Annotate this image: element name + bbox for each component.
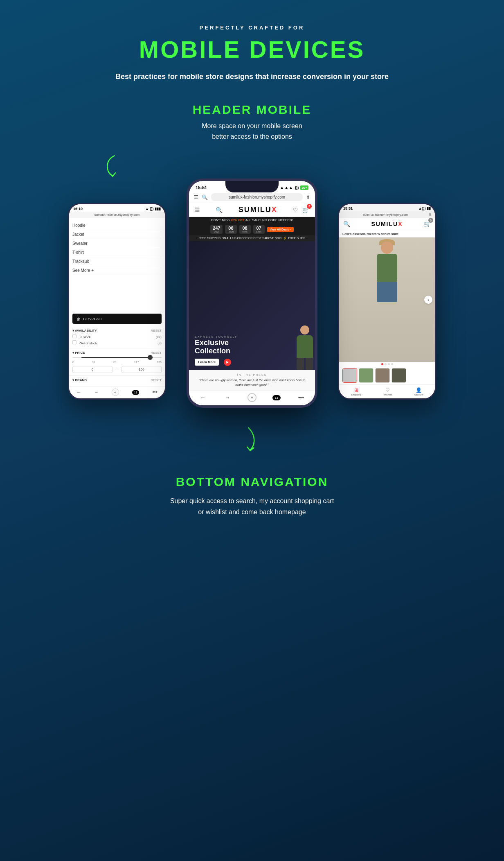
hours-num: 08 [228,226,233,231]
play-button[interactable]: ▶ [224,359,231,366]
share-icon: ☰ [194,194,198,200]
lp-nav-forward[interactable]: → [94,390,99,395]
hero-title: MOBILE DEVICES [115,36,389,63]
header-right-icons: ♡ 🛒 3 [293,206,309,214]
filter-item-sweater[interactable]: Sweater [72,239,162,248]
rp-woman-figure [339,237,435,362]
price-reset[interactable]: RESET [151,351,162,355]
page-wrapper: PERFECTLY CRAFTED FOR MOBILE DEVICES Bes… [0,0,504,551]
hamburger-icon[interactable]: ☰ [195,207,200,213]
thumbnail-3[interactable] [375,368,390,383]
heart-icon[interactable]: ♡ [293,207,298,213]
rp-nav-account[interactable]: 👤 Account [414,387,423,396]
brand-title: ▾ BRAND [72,378,87,382]
clear-all-button[interactable]: 🗑 CLEAR ALL [72,314,162,324]
countdown-mins: 08 Mins [239,225,251,234]
thumb-img-4 [392,368,406,382]
cart-count: 3 [307,204,312,209]
brand-header: ▾ BRAND RESET [72,378,162,382]
learn-more-button[interactable]: Learn More [195,359,219,366]
out-of-stock-checkbox[interactable] [72,340,76,344]
lp-filter-list: Hoodie Jacket Sweater T-shirt Tracksuit … [69,218,165,311]
product-next-button[interactable]: › [424,296,432,304]
hero-person-image [266,317,315,370]
cart-button[interactable]: 🛒 3 [302,206,309,214]
lp-nav-back[interactable]: ← [76,390,81,395]
filter-item-jacket[interactable]: Jacket [72,230,162,239]
rp-shopping-label: Shopping [351,393,361,396]
rp-nav-wishlist[interactable]: ♡ Wishlist [384,387,392,396]
plus-icon: + [248,393,256,402]
price-thumb[interactable] [148,355,153,360]
center-time: 15:51 [196,185,207,190]
rp-nav-shopping[interactable]: ⊞ Shopping [351,387,361,396]
header-mobile-desc: More space on your mobile screen better … [202,121,302,142]
rp-dot-1 [381,363,383,365]
header-search-icon[interactable]: 🔍 [216,207,223,213]
phone-center: 15:51 ▲▲▲ ))) 30+ ☰ 🔍 sumilux-fashion.my… [187,179,317,408]
hero-slide-content: EXPRESS YOURSELF Exclusive Collection Le… [189,331,243,370]
rp-url-bar: sumilux-fashion.myshopify.com ⬆ [339,211,435,218]
lp-status-bar: 16:10 ▲ ))) ▮▮▮ [69,204,165,212]
view-deals-button[interactable]: View All Deals › [267,227,294,232]
header-mobile-section: HEADER MOBILE [193,103,312,117]
filter-item-tshirt[interactable]: T-shirt [72,248,162,257]
product-title: Levi's essential western denim shirt [339,230,435,237]
price-title: ▾ PRICE [72,351,85,355]
thumbnail-4[interactable] [392,368,406,383]
countdown-days: 247 Days [210,225,223,234]
nav-tabs[interactable]: 11 [268,395,285,400]
rp-share-icon[interactable]: ⬆ [428,212,432,217]
center-status-icons: ▲▲▲ ))) 30+ [280,185,308,190]
price-min-input[interactable]: 0 [72,366,112,373]
search-icon[interactable]: 🔍 [202,194,208,200]
rp-cart-button[interactable]: 🛒 0 [424,220,431,228]
hero-person-figure [297,325,313,370]
price-slider-fill [81,357,153,358]
person-leg-left [297,358,304,370]
header-mobile-title: HEADER MOBILE [193,103,312,117]
upload-icon[interactable]: ⬆ [306,194,310,200]
hero-description: Best practices for mobile store designs … [115,71,389,82]
availability-reset[interactable]: RESET [151,329,162,332]
nav-back[interactable]: ← [195,394,211,401]
rp-time: 15:51 [343,206,353,210]
lp-tab-pill[interactable]: 11 [132,390,140,395]
brand-reset[interactable]: RESET [151,378,162,382]
bottom-nav-title: BOTTOM NAVIGATION [170,475,334,489]
countdown-hours: 08 Hours [225,225,236,234]
nav-add[interactable]: + [244,393,260,402]
rp-dots-indicator [339,362,435,366]
more-icon: ••• [298,394,304,401]
tab-count: 11 [272,395,281,400]
person-leg-right [306,358,313,370]
price-max-input[interactable]: 156 [122,366,162,373]
nav-more[interactable]: ••• [293,394,309,401]
countdown-secs: 07 Secs [253,225,265,234]
thumb-img-2 [359,368,373,382]
promo-banner: DON'T MISS 70% OFF ALL SALE! NO CODE NEE… [189,217,315,223]
price-header: ▾ PRICE RESET [72,351,162,355]
lp-nav-plus[interactable]: + [112,389,119,396]
center-status-bar: 15:51 ▲▲▲ ))) 30+ [189,181,315,192]
filter-item-hoodie[interactable]: Hoodie [72,221,162,230]
filter-item-more[interactable]: See More + [72,266,162,275]
nav-forward[interactable]: → [219,394,236,401]
availability-title: ▾ AVAILABILITY [72,329,97,332]
thumbnail-2[interactable] [359,368,374,383]
rp-body [377,254,397,282]
rp-search-icon[interactable]: 🔍 [343,220,350,228]
filter-item-tracksuit[interactable]: Tracksuit [72,257,162,266]
signal-icon: ▲▲▲ [280,185,293,190]
bottom-nav-desc: Super quick access to search, my account… [170,495,334,518]
rp-dot-2 [385,363,387,365]
thumbnail-1[interactable] [342,368,357,383]
price-slider[interactable] [72,357,162,358]
press-quote: "There are no ugly women, there are just… [195,378,309,387]
green-arrow-right-icon [240,424,264,453]
rp-wishlist-icon: ♡ [385,387,390,393]
url-display[interactable]: sumilux-fashion.myshopify.com [211,193,303,201]
in-stock-checkbox[interactable] [72,334,76,338]
rp-dot-3 [388,363,390,365]
lp-nav-dots[interactable]: ••• [152,389,158,395]
